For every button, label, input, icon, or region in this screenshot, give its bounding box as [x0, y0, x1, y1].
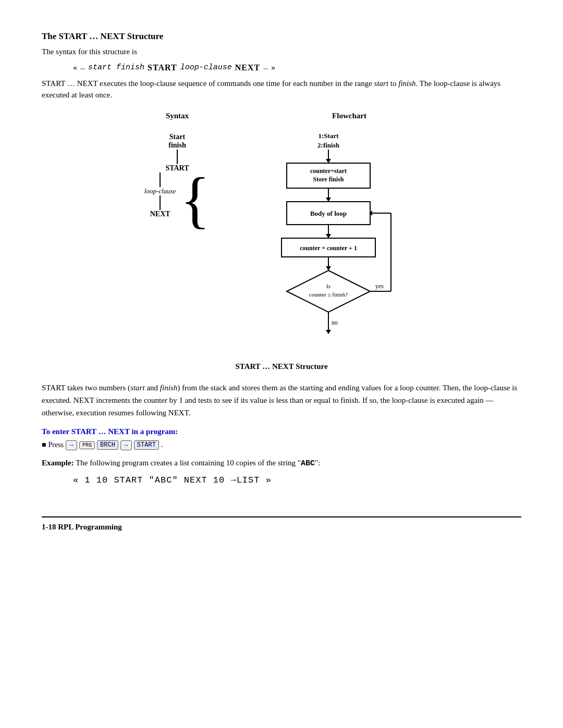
- svg-marker-12: [326, 234, 331, 238]
- syntax-start-kw: START: [148, 63, 177, 72]
- syn-loop-clause: loop-clause: [144, 187, 176, 195]
- svg-text:Body of loop: Body of loop: [310, 209, 347, 217]
- svg-text:Is: Is: [326, 283, 331, 289]
- svg-text:no: no: [332, 319, 338, 326]
- syntax-column: Syntax Start finish START loop-clause NE…: [130, 112, 224, 357]
- blue-heading: To enter START … NEXT in a program:: [42, 427, 521, 436]
- syntax-col-header: Syntax: [166, 112, 189, 120]
- syntax-next-kw: NEXT: [235, 63, 260, 72]
- syntax-loopclause: loop-clause: [180, 63, 232, 72]
- body-paragraph-2: START takes two numbers (start and finis…: [42, 381, 521, 419]
- svg-text:counter = counter + 1: counter = counter + 1: [300, 244, 357, 252]
- diagram-caption: START … NEXT Structure: [42, 362, 521, 371]
- period: .: [161, 441, 163, 449]
- flowchart-svg: 1:Start 2:finish counter=start Store fin…: [266, 128, 433, 357]
- syntax-formula: « … start finish START loop-clause NEXT …: [73, 63, 521, 72]
- svg-text:2:finish: 2:finish: [317, 141, 340, 149]
- press-text: Press: [48, 441, 64, 449]
- key-start[interactable]: START: [134, 440, 159, 450]
- desc-paragraph: START … NEXT executes the loop-clause se…: [42, 78, 521, 101]
- svg-text:Store finish: Store finish: [313, 176, 344, 183]
- footer-text: 1-18 RPL Programming: [42, 523, 122, 531]
- key-prg[interactable]: PRG: [79, 441, 95, 449]
- syn-brace: {: [180, 175, 211, 225]
- syn-line2: [160, 172, 161, 187]
- example-line: Example: The following program creates a…: [42, 456, 521, 470]
- key-brch[interactable]: BRCH: [97, 440, 118, 450]
- svg-text:yes: yes: [375, 282, 384, 290]
- svg-text:1:Start: 1:Start: [319, 132, 339, 140]
- key-arrow1[interactable]: →: [66, 440, 77, 450]
- syn-next-label: NEXT: [150, 210, 170, 218]
- square-bullet: ■: [42, 441, 46, 449]
- syntax-intro: The syntax for this structure is: [42, 46, 521, 58]
- syntax-ellipsis2: …: [263, 63, 268, 72]
- diagram-container: Syntax Start finish START loop-clause NE…: [42, 112, 521, 357]
- svg-marker-16: [326, 266, 331, 270]
- page-footer: 1-18 RPL Programming: [42, 516, 521, 532]
- flowchart-column: Flowchart 1:Start 2:finish counter=start…: [266, 112, 433, 357]
- syntax-startfinish: start finish: [88, 63, 144, 72]
- section-heading: The START … NEXT Structure: [42, 31, 521, 42]
- flowchart-col-header: Flowchart: [332, 112, 366, 120]
- key-arrow2[interactable]: →: [120, 440, 132, 450]
- guillemet-open: «: [73, 63, 77, 72]
- svg-marker-3: [326, 159, 331, 163]
- svg-text:counter=start: counter=start: [310, 167, 347, 175]
- code-example: « 1 10 START "ABC" NEXT 10 →LIST »: [73, 475, 521, 485]
- svg-marker-26: [326, 330, 331, 334]
- svg-marker-8: [326, 198, 331, 202]
- syn-line1: [177, 150, 178, 164]
- svg-text:counter ≤ finish?: counter ≤ finish?: [309, 291, 348, 298]
- syn-start-label: Start finish: [168, 133, 186, 150]
- syntax-ellipsis1: …: [80, 63, 85, 72]
- syn-line3: [160, 195, 161, 210]
- guillemet-close: »: [271, 63, 275, 72]
- press-row: ■ Press → PRG BRCH → START .: [42, 440, 521, 450]
